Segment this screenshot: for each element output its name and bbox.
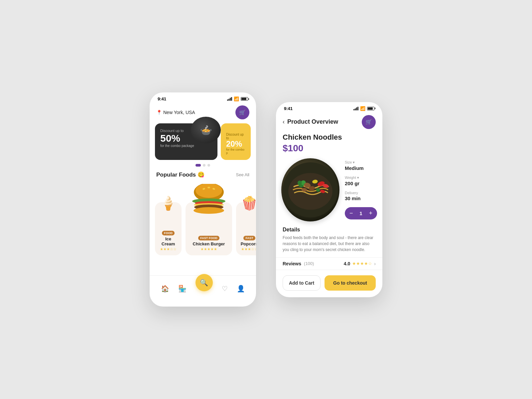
reviews-chevron-icon: › bbox=[374, 261, 376, 266]
delivery-value: 30 min bbox=[345, 196, 377, 201]
wifi-icon-2: 📶 bbox=[360, 106, 365, 111]
popcorn-image: 🍿 bbox=[241, 196, 256, 211]
product-image-area: Size ▾ Medium Weight ▾ 200 gr Delivery 3… bbox=[276, 158, 382, 221]
popcorn-stars: ★★★☆☆ bbox=[241, 247, 256, 251]
carousel-dots bbox=[150, 164, 256, 167]
icecream-image: 🍦 bbox=[160, 196, 177, 211]
cart-icon-2: 🛒 bbox=[365, 119, 372, 125]
food-card-icecream[interactable]: 🍦 Food Ice Cream ★★★☆☆ bbox=[155, 202, 182, 255]
reviews-stars: ★★★★☆ bbox=[352, 261, 372, 266]
location: 📍 New York, USA bbox=[156, 110, 195, 115]
status-bar-1: 9:41 📶 bbox=[150, 92, 256, 104]
delivery-label: Delivery bbox=[345, 191, 377, 195]
nav-home-icon[interactable]: 🏠 bbox=[161, 285, 169, 293]
signal-icon-1 bbox=[227, 97, 232, 101]
battery-icon-2 bbox=[367, 107, 374, 110]
banner-dark[interactable]: Discount up to 50% for the combo package… bbox=[155, 123, 217, 160]
back-button[interactable]: ‹ Product Overview bbox=[283, 118, 338, 125]
signal-icon-2 bbox=[353, 107, 358, 110]
banner-yellow[interactable]: Discount up to 20% for the combo p bbox=[221, 123, 251, 160]
see-all-button[interactable]: See All bbox=[236, 172, 249, 177]
spec-weight: Weight ▾ 200 gr bbox=[345, 176, 377, 186]
popcorn-tag: Fast bbox=[243, 236, 255, 240]
screen-container: 9:41 📶 📍 New York, USA � bbox=[130, 72, 402, 327]
dot-1[interactable] bbox=[196, 164, 201, 167]
dropdown-arrow-weight[interactable]: ▾ bbox=[357, 176, 359, 180]
details-section: Details Food feeds both the body and sou… bbox=[276, 227, 382, 253]
svg-point-9 bbox=[194, 207, 224, 214]
food-cards: 🍦 Food Ice Cream ★★★☆☆ bbox=[150, 182, 256, 255]
dropdown-arrow-size[interactable]: ▾ bbox=[353, 160, 355, 165]
reviews-right[interactable]: 4.0 ★★★★☆ › bbox=[344, 261, 376, 266]
dot-2[interactable] bbox=[203, 164, 205, 167]
dot-3[interactable] bbox=[207, 164, 210, 167]
svg-point-14 bbox=[298, 181, 302, 185]
icecream-stars: ★★★☆☆ bbox=[160, 247, 177, 251]
phone-home: 9:41 📶 📍 New York, USA � bbox=[150, 92, 256, 307]
back-arrow-icon: ‹ bbox=[283, 118, 285, 125]
size-value: Medium bbox=[345, 165, 377, 171]
details-text: Food feeds both the body and soul - ther… bbox=[283, 235, 376, 253]
reviews-section: Reviews (100) 4.0 ★★★★☆ › bbox=[276, 257, 382, 270]
svg-point-3 bbox=[207, 187, 210, 189]
reviews-label: Reviews bbox=[283, 261, 301, 266]
product-info: Chicken Noodles $100 bbox=[276, 133, 382, 154]
status-icons-1: 📶 bbox=[227, 96, 248, 101]
search-icon: 🔍 bbox=[200, 279, 208, 287]
nav-store-icon[interactable]: 🏪 bbox=[178, 285, 187, 293]
icecream-name: Ice Cream bbox=[159, 236, 178, 246]
burger-name: Chicken Burger bbox=[193, 241, 225, 246]
nav-profile-icon[interactable]: 👤 bbox=[237, 285, 245, 293]
wifi-icon-1: 📶 bbox=[234, 96, 239, 101]
cart-icon-1: 🛒 bbox=[239, 109, 246, 116]
battery-icon-1 bbox=[241, 97, 248, 101]
weight-value: 200 gr bbox=[345, 181, 377, 186]
bottom-nav: 🏠 🏪 🔍 ♡ 👤 bbox=[150, 275, 256, 300]
icecream-tag: Food bbox=[162, 231, 175, 235]
size-label: Size ▾ bbox=[345, 160, 377, 165]
status-icons-2: 📶 bbox=[353, 106, 374, 111]
details-title: Details bbox=[283, 227, 376, 233]
food-card-burger[interactable]: Fast Food Chicken Burger ★★★★★ bbox=[186, 202, 232, 255]
popular-foods-title: Popular Foods 😋 bbox=[156, 171, 204, 178]
checkout-button[interactable]: Go to checkout bbox=[325, 275, 376, 291]
time-1: 9:41 bbox=[158, 96, 166, 101]
time-2: 9:41 bbox=[284, 106, 293, 111]
svg-point-21 bbox=[316, 188, 320, 192]
product-price: $100 bbox=[283, 143, 376, 154]
svg-point-1 bbox=[196, 184, 222, 198]
banner-yellow-label: Discount up to bbox=[226, 133, 245, 140]
burger-image bbox=[191, 184, 227, 217]
spec-size: Size ▾ Medium bbox=[345, 160, 377, 171]
popular-foods-header: Popular Foods 😋 See All bbox=[150, 171, 256, 178]
phone2-header: ‹ Product Overview 🛒 bbox=[276, 114, 382, 133]
cart-button-1[interactable]: 🛒 bbox=[235, 105, 249, 119]
reviews-left: Reviews (100) bbox=[283, 261, 314, 266]
search-fab-button[interactable]: 🔍 bbox=[196, 274, 213, 291]
popcorn-name: Popcorn bbox=[241, 241, 256, 246]
burger-stars: ★★★★★ bbox=[200, 247, 217, 251]
phone-product: 9:41 📶 ‹ Product Overview bbox=[276, 102, 382, 297]
quantity-control: − 1 + bbox=[345, 207, 377, 219]
cart-button-2[interactable]: 🛒 bbox=[362, 115, 376, 129]
page-title: Product Overview bbox=[287, 118, 338, 125]
food-bowl-image: 🍲 bbox=[191, 117, 221, 143]
product-name: Chicken Noodles bbox=[283, 133, 376, 142]
food-card-popcorn[interactable]: 🍿 Fast Popcorn ★★★☆☆ bbox=[236, 202, 256, 255]
banner-yellow-percent: 20% bbox=[226, 140, 245, 148]
burger-tag: Fast Food bbox=[198, 236, 219, 240]
quantity-decrease-button[interactable]: − bbox=[345, 207, 358, 219]
weight-label: Weight ▾ bbox=[345, 176, 377, 180]
reviews-count: (100) bbox=[304, 261, 314, 266]
add-to-cart-button[interactable]: Add to Cart bbox=[283, 275, 321, 291]
quantity-value: 1 bbox=[357, 210, 364, 216]
action-buttons: Add to Cart Go to checkout bbox=[276, 275, 382, 291]
status-bar-2: 9:41 📶 bbox=[276, 102, 382, 114]
nav-heart-icon[interactable]: ♡ bbox=[222, 285, 228, 293]
banner-area: Discount up to 50% for the combo package… bbox=[150, 123, 256, 160]
banner-yellow-sub: for the combo p bbox=[226, 148, 245, 155]
quantity-increase-button[interactable]: + bbox=[364, 207, 377, 219]
product-specs: Size ▾ Medium Weight ▾ 200 gr Delivery 3… bbox=[345, 158, 377, 221]
product-main-image bbox=[281, 158, 339, 221]
spec-delivery: Delivery 30 min bbox=[345, 191, 377, 201]
